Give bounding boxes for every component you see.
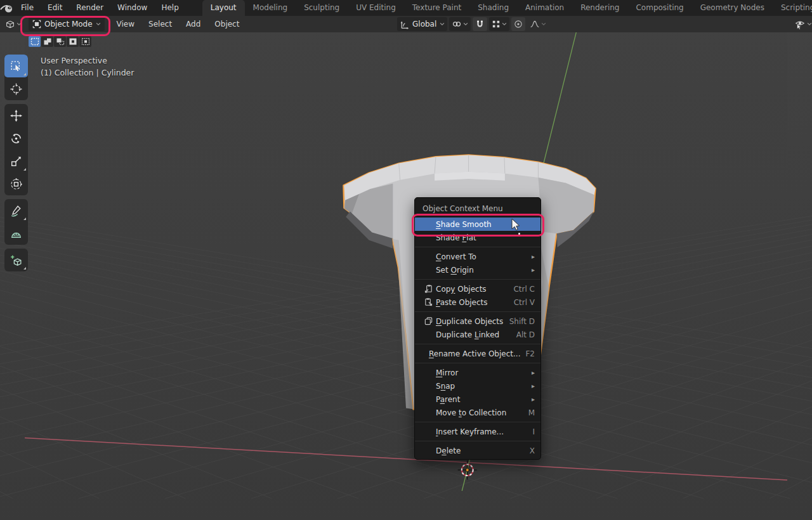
menu-item-move-to-collection[interactable]: Move to CollectionM	[415, 406, 540, 419]
menu-item-duplicate-linked[interactable]: Duplicate LinkedAlt D	[415, 328, 540, 341]
menu-item-insert-keyframe[interactable]: Insert Keyframe...I	[415, 425, 540, 438]
tab-layout[interactable]: Layout	[202, 0, 245, 16]
menu-separator	[415, 422, 540, 422]
add-cube-tool-button[interactable]	[4, 249, 28, 271]
tab-uv-editing[interactable]: UV Editing	[348, 0, 404, 16]
select-extend-button[interactable]	[41, 36, 53, 47]
tab-rendering[interactable]: Rendering	[572, 0, 627, 16]
toolbar-group	[4, 55, 28, 100]
menu-item-label: Mirror	[436, 368, 527, 377]
tab-texture-paint[interactable]: Texture Paint	[404, 0, 469, 16]
select-subtract-button[interactable]	[54, 36, 66, 47]
select-box-icon	[10, 60, 23, 73]
mode-selector-dropdown[interactable]: Object Mode	[29, 17, 105, 31]
menu-file[interactable]: File	[14, 0, 41, 16]
menu-shortcut: Ctrl V	[514, 298, 535, 307]
menu-shortcut: Shift D	[509, 317, 535, 326]
menu-shortcut: I	[532, 427, 535, 436]
menu-item-set-origin[interactable]: Set Origin▸	[415, 263, 540, 276]
topbar: FileEditRenderWindowHelp LayoutModelingS…	[0, 0, 812, 16]
viewport-overlay-perspective: User Perspective	[41, 56, 107, 65]
menu-item-label: Insert Keyframe...	[436, 427, 527, 436]
menu-item-label: Set Origin	[436, 266, 527, 275]
rotate-icon	[10, 132, 23, 145]
menu-help[interactable]: Help	[154, 0, 185, 16]
menu-item-label: Rename Active Object...	[429, 349, 521, 358]
menu-item-label: Shade Flat	[436, 233, 535, 242]
tab-scripting[interactable]: Scripting	[773, 0, 812, 16]
menu-item-duplicate-objects[interactable]: Duplicate ObjectsShift D	[415, 315, 540, 328]
viewport-3d[interactable]: User Perspective (1) Collection | Cylind…	[0, 32, 812, 520]
select-invert-button[interactable]	[67, 36, 79, 47]
select-set-button[interactable]	[29, 36, 41, 47]
menu-item-paste-objects[interactable]: Paste ObjectsCtrl V	[415, 296, 540, 309]
menu-item-label: Delete	[436, 446, 525, 455]
move-tool-button[interactable]	[4, 104, 28, 127]
tab-sculpting[interactable]: Sculpting	[296, 0, 348, 16]
menu-item-label: Copy Objects	[436, 285, 508, 294]
transform-orientation-dropdown[interactable]: Global	[397, 17, 447, 31]
orientation-axes-icon	[399, 19, 410, 30]
menu-item-rename-active-object[interactable]: Rename Active Object...F2	[415, 347, 540, 360]
workspace-tabs: LayoutModelingSculptingUV EditingTexture…	[202, 0, 812, 16]
proportional-editing-icon	[513, 19, 523, 29]
snap-toggle-button[interactable]	[473, 17, 487, 31]
select-intersect-icon	[81, 37, 90, 46]
menu-edit[interactable]: Edit	[41, 0, 69, 16]
submenu-arrow-icon: ▸	[532, 382, 535, 389]
viewport-overlay-collection: (1) Collection | Cylinder	[41, 68, 134, 77]
menu-item-label: Duplicate Objects	[436, 317, 504, 326]
menu-item-parent[interactable]: Parent▸	[415, 393, 540, 406]
editor-type-button[interactable]	[0, 18, 24, 30]
measure-tool-button[interactable]	[4, 222, 28, 245]
menu-shortcut: F2	[525, 349, 535, 358]
falloff-curve-icon	[529, 18, 540, 30]
toolbar	[4, 55, 28, 271]
tab-animation[interactable]: Animation	[517, 0, 572, 16]
select-invert-icon	[69, 37, 77, 46]
menu-separator	[415, 363, 540, 363]
tab-compositing[interactable]: Compositing	[627, 0, 691, 16]
topbar-menus: FileEditRenderWindowHelp	[14, 0, 186, 16]
pivot-point-dropdown[interactable]	[449, 17, 471, 31]
menu-window[interactable]: Window	[110, 0, 154, 16]
menu-item-delete[interactable]: DeleteX	[415, 444, 540, 457]
proportional-editing-button[interactable]	[511, 17, 525, 31]
annotate-tool-button[interactable]	[4, 199, 28, 222]
viewport-menu-select[interactable]: Select	[141, 20, 179, 29]
menu-item-shade-smooth[interactable]: Shade Smooth	[415, 218, 540, 231]
menu-item-shade-flat[interactable]: Shade Flat	[415, 231, 540, 244]
menu-item-label: Paste Objects	[436, 298, 509, 307]
rotate-tool-button[interactable]	[4, 127, 28, 150]
menu-item-mirror[interactable]: Mirror▸	[415, 366, 540, 379]
tab-modeling[interactable]: Modeling	[245, 0, 296, 16]
transform-tool-button[interactable]	[4, 172, 28, 195]
object-visibility-dropdown[interactable]	[792, 17, 812, 31]
proportional-falloff-dropdown[interactable]	[527, 17, 549, 31]
viewport-menu-add[interactable]: Add	[179, 20, 207, 29]
menu-item-snap[interactable]: Snap▸	[415, 379, 540, 393]
paste-icon	[422, 297, 434, 307]
submenu-arrow-icon: ▸	[532, 253, 535, 260]
magnet-icon	[475, 19, 485, 30]
select-intersect-button[interactable]	[79, 36, 91, 47]
measure-icon	[10, 227, 23, 240]
viewport-menu-view[interactable]: View	[110, 20, 141, 29]
menu-separator	[415, 311, 540, 312]
menu-item-copy-objects[interactable]: Copy ObjectsCtrl C	[415, 282, 540, 296]
menu-render[interactable]: Render	[69, 0, 110, 16]
menu-item-label: Shade Smooth	[436, 220, 535, 229]
menu-item-label: Move to Collection	[436, 408, 523, 417]
tab-geometry-nodes[interactable]: Geometry Nodes	[692, 0, 773, 16]
menu-shortcut: Alt D	[516, 330, 535, 339]
snap-grid-icon	[491, 19, 501, 29]
menu-item-convert-to[interactable]: Convert To▸	[415, 250, 540, 263]
cursor-tool-button[interactable]	[4, 77, 28, 100]
chevron-down-icon	[540, 21, 547, 27]
select-set-icon	[30, 37, 39, 46]
tab-shading[interactable]: Shading	[469, 0, 517, 16]
select-box-tool-button[interactable]	[4, 55, 28, 77]
scale-tool-button[interactable]	[4, 150, 28, 172]
viewport-menu-object[interactable]: Object	[207, 20, 246, 29]
snap-settings-dropdown[interactable]	[489, 17, 509, 31]
